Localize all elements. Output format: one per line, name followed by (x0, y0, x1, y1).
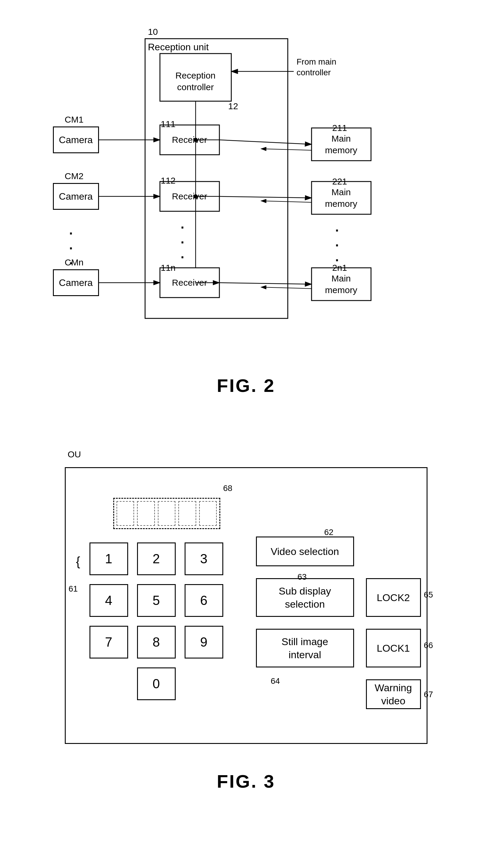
from-main-controller: From maincontroller (297, 56, 337, 78)
dots-receivers: ··· (181, 220, 184, 265)
fig2-title: FIG. 2 (217, 375, 275, 396)
label-ou: OU (68, 449, 81, 460)
label-11n: 11n (161, 263, 176, 273)
label-61: 61 (69, 584, 78, 594)
dashed-display-68 (113, 498, 220, 529)
dashed-cell-2 (137, 501, 155, 526)
lock2-btn[interactable]: LOCK2 (366, 578, 421, 617)
label-63: 63 (298, 572, 307, 582)
key-9[interactable]: 9 (184, 626, 223, 658)
label-62: 62 (324, 527, 334, 537)
lock1-btn[interactable]: LOCK1 (366, 629, 421, 667)
sub-display-selection-btn[interactable]: Sub displayselection (256, 578, 354, 617)
still-image-interval-btn[interactable]: Still imageinterval (256, 629, 354, 667)
console-box: 68 { 61 1 2 3 4 5 6 7 8 9 0 Video select… (65, 467, 427, 744)
label-cm2: CM2 (65, 171, 83, 181)
fig2-diagram: 10 Reception unit 12 Receptioncontroller… (53, 12, 439, 369)
receiver-11n: Receiver (161, 269, 219, 297)
main-memory-221: Mainmemory (313, 182, 370, 213)
label-112: 112 (161, 175, 176, 186)
label-67: 67 (424, 690, 433, 699)
camera-cmn: Camera (53, 269, 99, 296)
dashed-cell-1 (117, 501, 134, 526)
dashed-cell-5 (199, 501, 217, 526)
receiver-112: Receiver (161, 182, 219, 210)
label-221: 221 (333, 177, 347, 187)
svg-line-12 (219, 196, 312, 198)
svg-line-24 (261, 287, 312, 289)
label-68: 68 (223, 484, 232, 493)
label-10: 10 (148, 27, 158, 37)
dots-cameras: ··· (69, 226, 75, 271)
fig2-arrows (53, 12, 439, 369)
reception-controller-text: Receptioncontroller (161, 58, 230, 104)
camera-cm1: Camera (53, 126, 99, 153)
label-2n1: 2n1 (333, 263, 347, 273)
label-211: 211 (333, 123, 347, 133)
reception-unit-label: Reception unit (148, 42, 209, 53)
key-2[interactable]: 2 (137, 542, 176, 575)
label-65: 65 (424, 590, 433, 600)
fig2-section: 10 Reception unit 12 Receptioncontroller… (0, 0, 492, 431)
main-memory-211: Mainmemory (313, 129, 370, 160)
receiver-111: Receiver (161, 126, 219, 154)
key-6[interactable]: 6 (184, 584, 223, 617)
key-1[interactable]: 1 (90, 542, 128, 575)
console-outer: OU Console 68 { 61 1 2 3 4 5 (53, 449, 439, 762)
svg-line-13 (219, 283, 312, 284)
key-5[interactable]: 5 (137, 584, 176, 617)
warning-video-btn[interactable]: Warning video (366, 679, 421, 709)
dots-memories: ··· (335, 223, 339, 268)
dashed-cell-4 (178, 501, 196, 526)
fig3-section: OU Console 68 { 61 1 2 3 4 5 (0, 431, 492, 818)
label-111: 111 (161, 119, 176, 129)
key-0[interactable]: 0 (137, 667, 176, 700)
key-3[interactable]: 3 (184, 542, 223, 575)
label-cm1: CM1 (65, 115, 83, 125)
label-66: 66 (424, 641, 433, 650)
dashed-cell-3 (158, 501, 176, 526)
svg-line-11 (219, 140, 312, 144)
svg-line-23 (261, 201, 312, 202)
label-61-brace: { (76, 554, 80, 569)
label-64: 64 (271, 676, 280, 686)
main-memory-2n1: Mainmemory (313, 269, 370, 300)
key-7[interactable]: 7 (90, 626, 128, 658)
svg-line-22 (261, 149, 312, 150)
key-8[interactable]: 8 (137, 626, 176, 658)
camera-cm2: Camera (53, 183, 99, 210)
video-selection-btn[interactable]: Video selection (256, 537, 354, 566)
key-4[interactable]: 4 (90, 584, 128, 617)
fig3-title: FIG. 3 (217, 771, 275, 792)
